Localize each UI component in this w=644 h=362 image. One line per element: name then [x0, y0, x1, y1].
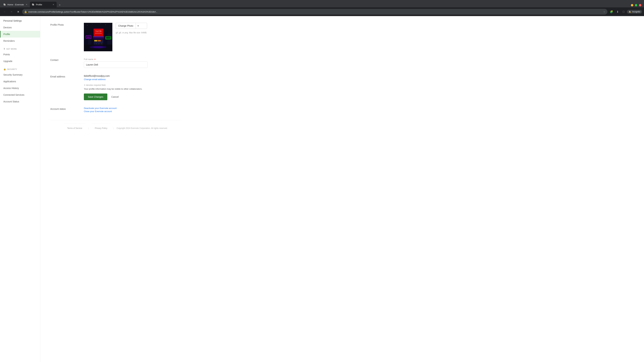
- sidebar-item-security-summary[interactable]: Security Summary: [0, 71, 40, 78]
- sidebar-points-label: Points: [3, 53, 10, 56]
- email-section: Email address 6d44f5c4@moodjoy.com Chang…: [50, 75, 181, 81]
- sidebar-devices-label: Devices: [3, 26, 12, 29]
- footer-sep-1: |: [88, 127, 89, 129]
- svg-rect-22: [102, 43, 103, 45]
- tabs-bar: 🐘 Home - Evernote ✕ 🐘 Profile ✕ +: [0, 0, 644, 7]
- download-button[interactable]: ⬇: [615, 9, 620, 14]
- email-value: 6d44f5c4@moodjoy.com: [84, 75, 181, 77]
- change-photo-label: Change Photo: [116, 23, 136, 29]
- tab-home-close[interactable]: ✕: [25, 3, 28, 6]
- svg-rect-12: [93, 38, 104, 38]
- save-changes-button[interactable]: Save Changes: [84, 93, 107, 100]
- privacy-link[interactable]: Privacy Policy: [92, 123, 111, 133]
- minimize-button[interactable]: [631, 4, 633, 6]
- change-photo-dropdown-icon[interactable]: ▾: [136, 23, 140, 29]
- deactivate-account-link[interactable]: Deactivate your Evernote account: [84, 107, 181, 109]
- account-status-section: Account status Deactivate your Evernote …: [50, 107, 181, 113]
- tab-profile-favicon: 🐘: [32, 3, 34, 6]
- contact-content: Full name ✳: [84, 58, 181, 68]
- cancel-button[interactable]: Cancel: [109, 93, 122, 100]
- svg-rect-19: [95, 43, 96, 45]
- change-photo-button[interactable]: Change Photo ▾: [116, 23, 147, 29]
- reload-button[interactable]: ✕: [16, 9, 21, 14]
- svg-text:REFRESHING: REFRESHING: [95, 33, 102, 34]
- incognito-icon: 🕵: [628, 10, 631, 13]
- svg-text:OPEN: OPEN: [87, 37, 90, 38]
- sidebar-item-profile[interactable]: Profile: [0, 31, 40, 37]
- address-bar[interactable]: 🔒 evernote.com/secure/ProfileSettings.ac…: [22, 9, 608, 14]
- extensions-button[interactable]: 🧩: [609, 9, 614, 14]
- required-field-note: ✳ denotes required field.: [84, 84, 181, 86]
- svg-rect-15: [98, 40, 101, 41]
- profile-photo-content: Coca-Cola REFRESHING: [84, 23, 181, 51]
- tab-profile-close[interactable]: ✕: [52, 3, 55, 6]
- address-text: evernote.com/secure/ProfileSettings.acti…: [28, 10, 602, 13]
- svg-text:Coca-Cola: Coca-Cola: [96, 30, 102, 32]
- contact-section: Contact Full name ✳: [50, 58, 181, 68]
- notes-and-buttons: ✳ denotes required field. Your profile i…: [84, 84, 181, 100]
- main-content: Profile Photo: [40, 16, 191, 362]
- browser-toolbar: ← → ✕ 🔒 evernote.com/secure/ProfileSetti…: [0, 7, 644, 16]
- svg-rect-14: [94, 40, 97, 41]
- sidebar-connected-services-label: Connected Services: [3, 93, 24, 96]
- sidebar-item-personal-settings[interactable]: Personal Settings: [0, 16, 40, 24]
- sidebar-account-status-label: Account Status: [3, 100, 19, 103]
- tab-profile-title: Profile: [36, 3, 42, 6]
- browser-window: 🐘 Home - Evernote ✕ 🐘 Profile ✕ + ← → ✕ …: [0, 0, 644, 16]
- svg-rect-11: [93, 36, 104, 37]
- svg-point-29: [87, 25, 88, 25]
- maximize-button[interactable]: [635, 4, 637, 6]
- sidebar: Personal Settings Devices Profile Remind…: [0, 16, 40, 362]
- sidebar-item-account-status[interactable]: Account Status: [0, 98, 40, 105]
- svg-point-18: [93, 46, 103, 48]
- sidebar-access-history-label: Access History: [3, 87, 19, 89]
- city-scene-svg: Coca-Cola REFRESHING: [84, 23, 112, 51]
- sidebar-upgrade-label: Upgrade: [3, 60, 12, 62]
- account-status-label: Account status: [50, 107, 77, 113]
- contact-label: Contact: [50, 58, 77, 68]
- sidebar-item-connected-services[interactable]: Connected Services: [0, 91, 40, 98]
- terms-link[interactable]: Terms of Service: [64, 123, 86, 133]
- incognito-label: Incognito: [632, 10, 640, 13]
- profile-photo-section: Profile Photo: [50, 23, 181, 51]
- toolbar-actions: 🧩 ⬇ □ 🕵 Incognito: [609, 9, 642, 14]
- email-content: 6d44f5c4@moodjoy.com Change email addres…: [84, 75, 181, 81]
- forward-button[interactable]: →: [9, 9, 14, 14]
- tab-profile[interactable]: 🐘 Profile ✕: [30, 2, 57, 7]
- full-name-input[interactable]: [84, 61, 148, 68]
- full-name-required-mark: ✳: [94, 58, 96, 60]
- svg-text:GALLERIA: GALLERIA: [106, 37, 110, 38]
- sidebar-security-summary-label: Security Summary: [3, 73, 22, 76]
- sidebar-item-points[interactable]: Points: [0, 51, 40, 58]
- sidebar-item-devices[interactable]: Devices: [0, 24, 40, 31]
- tab-home-favicon: 🐘: [3, 3, 6, 6]
- sidebar-item-upgrade[interactable]: Upgrade: [0, 58, 40, 64]
- sidebar-item-access-history[interactable]: Access History: [0, 85, 40, 91]
- tab-home-title: Home - Evernote: [8, 3, 24, 6]
- sidebar-profile-label: Profile: [3, 33, 10, 35]
- page-layout: Personal Settings Devices Profile Remind…: [0, 16, 644, 362]
- sidebar-personal-settings-label: Personal Settings: [3, 19, 22, 22]
- sidebar-item-reminders[interactable]: Reminders: [0, 37, 40, 44]
- close-window-button[interactable]: [639, 4, 641, 6]
- copyright-text: Copyright 2024 Evernote Corporation. All…: [116, 127, 168, 129]
- sidebar-applications-label: Applications: [3, 80, 16, 83]
- svg-point-31: [106, 25, 106, 25]
- sidebar-item-applications[interactable]: Applications: [0, 78, 40, 85]
- sidebar-reminders-label: Reminders: [3, 39, 15, 42]
- security-section-icon: 🔒: [3, 68, 6, 70]
- tab-home[interactable]: 🐘 Home - Evernote ✕: [1, 2, 30, 7]
- svg-rect-21: [100, 43, 100, 45]
- action-buttons: Save Changes Cancel: [84, 93, 181, 100]
- close-account-link[interactable]: Close your Evernote account: [84, 110, 181, 113]
- back-button[interactable]: ←: [2, 9, 8, 14]
- photo-hint: gif, gif, or png. Max file size: 64MB.: [116, 31, 147, 34]
- change-email-link[interactable]: Change email address: [84, 78, 106, 81]
- display-button[interactable]: □: [621, 9, 626, 14]
- security-icon: 🔒: [24, 10, 27, 13]
- bookmark-icon[interactable]: ☆: [603, 10, 606, 13]
- visibility-note: Your profile information may be visible …: [84, 88, 181, 90]
- full-name-field-label: Full name ✳: [84, 58, 181, 60]
- new-tab-button[interactable]: +: [57, 3, 62, 7]
- incognito-badge: 🕵 Incognito: [627, 10, 642, 13]
